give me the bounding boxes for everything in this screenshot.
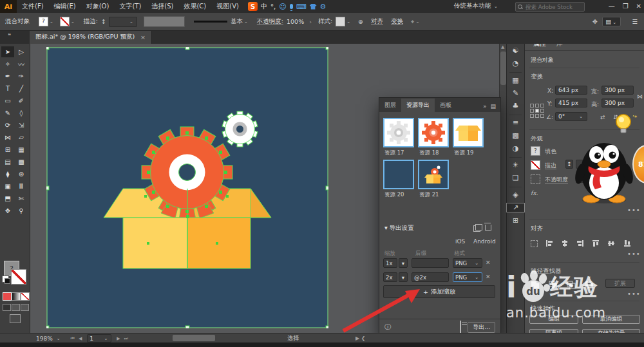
tool-graph[interactable]: Ⅲ [15, 181, 28, 192]
document-setup-icon[interactable]: ⊕ [358, 18, 363, 25]
x-field[interactable]: 643 px [555, 86, 587, 95]
layers-panel-icon[interactable]: ◈ [507, 191, 524, 199]
artboard-artwork[interactable] [46, 47, 328, 328]
panel-toggle[interactable]: ▤⌄ [602, 17, 621, 26]
style-swatch[interactable] [336, 17, 345, 26]
tool-hand[interactable]: ✥ [1, 205, 14, 216]
fill-label[interactable]: 填色 [545, 147, 556, 156]
default-fill-stroke-icon[interactable] [2, 276, 9, 283]
fx-icon[interactable]: fx. [531, 190, 538, 196]
appearance-panel-icon[interactable]: ☀ [507, 161, 524, 169]
workspace-switcher[interactable]: 传统基本功能 ⌄ [454, 2, 499, 10]
emoji-icon[interactable]: ☺ [279, 3, 286, 11]
platform-ios[interactable]: iOS [455, 238, 465, 245]
color-guide-panel-icon[interactable]: ◔ [507, 59, 524, 68]
tool-rectangle[interactable]: ▭ [1, 95, 14, 106]
stroke-stepper[interactable]: ↕ [101, 18, 106, 25]
panel-menu-icon[interactable]: ▤ [489, 100, 500, 112]
zoom-dropdown-icon[interactable]: ⌄ [57, 336, 61, 341]
pathfinder-unite-icon[interactable] [531, 281, 540, 289]
stroke-swatch[interactable] [60, 17, 70, 26]
menu-file[interactable]: 文件(F) [17, 0, 49, 13]
ime-punct-icon[interactable]: °, [270, 3, 276, 10]
group-button[interactable]: 编组 [529, 315, 578, 324]
tool-eyedropper[interactable]: ⧫ [1, 169, 14, 180]
wrench-icon[interactable]: ⚙ [320, 3, 327, 11]
scale-value-2[interactable]: 2x [383, 272, 397, 282]
restore-button[interactable]: ❐ [623, 0, 629, 13]
platform-android[interactable]: Android [473, 238, 496, 245]
align-bottom-icon[interactable] [623, 239, 631, 247]
tool-selection[interactable]: ➤ [1, 46, 14, 57]
screen-mode-icon[interactable] [10, 314, 21, 323]
zoom-level[interactable]: 198% [36, 335, 53, 342]
color-mode-color[interactable] [3, 292, 12, 301]
skin-icon[interactable] [310, 4, 317, 10]
flip-horizontal-icon[interactable]: ⇄ [600, 114, 605, 120]
y-field[interactable]: 415 px [555, 98, 587, 108]
artboards-panel-icon[interactable]: ⊞ [507, 216, 524, 225]
align-vcenter-icon[interactable] [607, 239, 615, 247]
align-right-icon[interactable] [576, 239, 584, 247]
fill-swatch[interactable]: ? [39, 17, 48, 26]
tool-mesh[interactable]: ▤ [1, 156, 14, 167]
next-artboard-icon[interactable]: ▶ [117, 336, 120, 341]
color-mode-gradient[interactable] [12, 292, 21, 301]
align-left-icon[interactable] [545, 239, 553, 247]
pathfinder-exclude-icon[interactable] [585, 281, 594, 289]
asset-label[interactable]: 资源 18 [419, 149, 453, 157]
asset-thumb-17[interactable] [383, 118, 414, 147]
opacity-label[interactable]: 不透明度: [257, 17, 283, 26]
appearance-more-icon[interactable]: ••• [627, 207, 641, 214]
adobe-stock-search[interactable] [515, 2, 585, 12]
ungroup-button[interactable]: 取消编组 [582, 315, 640, 324]
asset-export-panel-icon[interactable]: ↗ [507, 203, 524, 212]
tool-pen[interactable]: ✒ [1, 71, 14, 82]
angle-dropdown[interactable]: 0°⌄ [555, 112, 587, 121]
gradient-panel-icon[interactable]: ▩ [507, 131, 524, 140]
tab-artboards[interactable]: 画板 [435, 98, 457, 112]
asset-label[interactable]: 资源 20 [384, 191, 418, 199]
tool-free-transform[interactable]: ▱ [15, 132, 28, 143]
tool-symbol-sprayer[interactable]: ▣ [1, 181, 14, 192]
link-dimensions-icon[interactable]: ⋈ [637, 93, 643, 100]
transparency-panel-icon[interactable]: ◑ [507, 144, 524, 153]
tool-gradient[interactable]: ▩ [15, 156, 28, 167]
menu-effect[interactable]: 效果(C) [178, 0, 211, 13]
opacity-label[interactable]: 不透明度 [545, 176, 568, 184]
tool-type[interactable]: T [1, 83, 14, 94]
info-icon[interactable]: ⓘ [384, 323, 391, 332]
small-gear[interactable] [222, 111, 258, 147]
pathfinder-minus-front-icon[interactable] [549, 281, 558, 289]
width-field[interactable]: 300 px [601, 86, 634, 95]
arrange-icon[interactable]: ✥ [592, 18, 598, 25]
suffix-field-2[interactable]: @2x [412, 272, 449, 282]
asset-label[interactable]: 资源 19 [454, 149, 488, 157]
scale-dropdown-2[interactable]: ▾ [399, 272, 408, 282]
generate-icon[interactable] [473, 225, 480, 232]
tab-close-icon[interactable]: × [140, 33, 146, 41]
tool-paintbrush[interactable]: ✐ [15, 95, 28, 106]
opacity-value[interactable]: 100% [287, 18, 304, 25]
stroke-swatch[interactable] [531, 160, 540, 170]
draw-behind-icon[interactable] [12, 304, 20, 311]
stroke-panel-icon[interactable]: ≡ [507, 118, 524, 127]
asset-label[interactable]: 资源 21 [419, 191, 453, 199]
brush-definition[interactable]: 基本⌄ [194, 17, 249, 26]
tab-layers[interactable]: 图层 [379, 98, 401, 112]
tool-direct-selection[interactable]: ▷ [15, 46, 28, 57]
graphic-styles-panel-icon[interactable]: ❏ [507, 174, 524, 182]
pathfinder-more-icon[interactable]: ••• [627, 290, 641, 297]
tool-zoom[interactable]: ⚲ [15, 205, 28, 216]
scroll-up-icon[interactable]: ▲ [501, 44, 504, 50]
brushes-panel-icon[interactable]: ✎ [507, 89, 524, 97]
asset-thumb-20[interactable] [383, 160, 414, 189]
menu-object[interactable]: 对象(O) [81, 0, 115, 13]
align-to-dropdown[interactable] [531, 240, 538, 247]
color-panel-icon[interactable]: ☯ [507, 46, 524, 55]
symbols-panel-icon[interactable]: ♣ [507, 102, 524, 110]
fill-swatch[interactable]: ? [531, 146, 540, 156]
tool-perspective-grid[interactable]: ▦ [15, 144, 28, 155]
align-hcenter-icon[interactable] [561, 239, 569, 247]
horizontal-scroll-thumb[interactable] [173, 335, 215, 341]
